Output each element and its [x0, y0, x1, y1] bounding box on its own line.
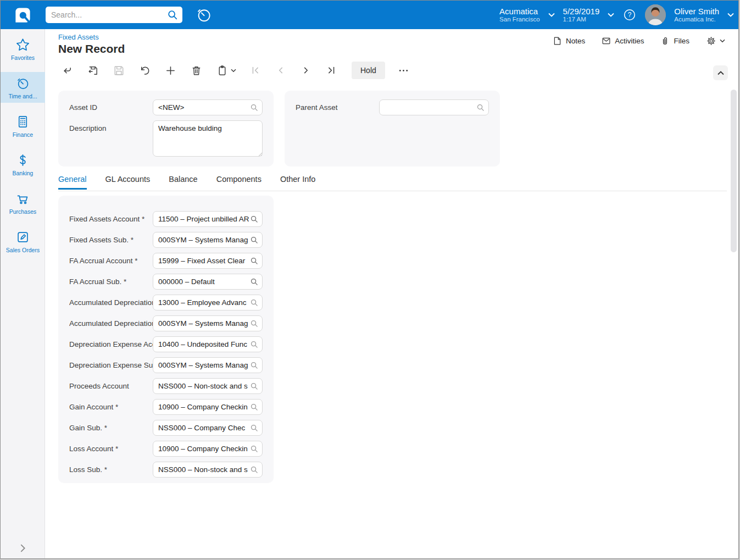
- field-label: Fixed Assets Account *: [69, 215, 153, 223]
- acumatica-logo[interactable]: [1, 1, 45, 29]
- activities-button[interactable]: Activities: [602, 36, 644, 46]
- undo-button[interactable]: [137, 63, 152, 78]
- magnifier-icon[interactable]: [250, 319, 262, 328]
- field-label: Fixed Assets Sub. *: [69, 236, 153, 244]
- magnifier-icon[interactable]: [250, 361, 262, 369]
- proceeds-account-input[interactable]: [153, 382, 250, 390]
- more-actions-button[interactable]: [396, 63, 411, 78]
- magnifier-icon[interactable]: [250, 465, 262, 474]
- description-textarea[interactable]: Warehouse bulding: [153, 120, 263, 157]
- parent-asset-lookup: [379, 99, 489, 115]
- depr-expense-account-input[interactable]: [153, 340, 250, 348]
- dollar-icon: [15, 153, 30, 168]
- add-new-button[interactable]: [163, 63, 178, 78]
- field-lookup: [153, 315, 263, 331]
- loss-sub-input[interactable]: [153, 465, 250, 474]
- collapse-summary-button[interactable]: [713, 65, 728, 80]
- company-selector[interactable]: Acumatica San Francisco: [499, 7, 540, 23]
- field-lookup: [153, 336, 263, 352]
- help-icon[interactable]: ?: [622, 8, 637, 22]
- sidebar-item-label: Banking: [13, 170, 34, 176]
- hold-button[interactable]: Hold: [352, 62, 385, 79]
- customization-menu[interactable]: [706, 36, 725, 46]
- go-last-button[interactable]: [324, 63, 338, 77]
- field-label: FA Accrual Sub. *: [69, 278, 153, 286]
- tab-gl-accounts[interactable]: GL Accounts: [105, 175, 151, 190]
- field-label: Loss Sub. *: [69, 465, 153, 474]
- topbar-right-cluster: Acumatica San Francisco 5/29/2019 1:17 A…: [499, 1, 734, 29]
- magnifier-icon[interactable]: [250, 215, 262, 223]
- description-label: Description: [69, 124, 107, 132]
- company-chevron-down-icon[interactable]: [548, 13, 555, 17]
- back-button[interactable]: [60, 63, 75, 78]
- fixed-assets-account-input[interactable]: [153, 215, 250, 223]
- sidebar-item-banking[interactable]: Banking: [1, 149, 45, 180]
- save-and-close-button[interactable]: [86, 63, 101, 78]
- magnifier-icon[interactable]: [250, 257, 262, 265]
- notes-label: Notes: [566, 37, 585, 45]
- magnifier-icon[interactable]: [250, 445, 262, 453]
- business-date-selector[interactable]: 5/29/2019 1:17 AM: [563, 7, 600, 23]
- sidebar-item-favorites[interactable]: Favorites: [1, 34, 45, 64]
- avatar[interactable]: [645, 4, 666, 25]
- clipboard-menu-button[interactable]: [215, 63, 237, 78]
- record-tabs: General GL Accounts Balance Components O…: [58, 175, 315, 190]
- tab-balance[interactable]: Balance: [169, 175, 197, 190]
- magnifier-icon[interactable]: [250, 382, 262, 390]
- fixed-assets-sub-input[interactable]: [153, 236, 250, 244]
- user-menu[interactable]: Oliver Smith Acumatica Inc.: [674, 7, 719, 23]
- field-row-loss-account: Loss Account *: [58, 438, 274, 459]
- field-row-proceeds-account: Proceeds Account: [58, 375, 274, 396]
- calculator-icon: [15, 114, 30, 129]
- time-tracking-icon[interactable]: [196, 7, 212, 23]
- depr-expense-sub-input[interactable]: [153, 361, 250, 369]
- breadcrumb[interactable]: Fixed Assets: [58, 33, 99, 41]
- magnifier-icon[interactable]: [250, 403, 262, 411]
- gain-sub-input[interactable]: [153, 424, 250, 432]
- magnifier-icon[interactable]: [250, 340, 262, 348]
- magnifier-icon[interactable]: [250, 278, 262, 286]
- sidebar-item-purchases[interactable]: Purchases: [1, 187, 45, 218]
- summary-panel-left: Asset ID Description Warehouse bulding: [58, 91, 274, 167]
- field-lookup: [153, 357, 263, 373]
- field-lookup: [153, 253, 263, 269]
- files-button[interactable]: Files: [660, 36, 689, 46]
- field-row-fixed-assets-sub: Fixed Assets Sub. *: [58, 229, 274, 250]
- date-chevron-down-icon[interactable]: [608, 13, 614, 17]
- magnifier-icon[interactable]: [250, 236, 262, 244]
- top-bar: Acumatica San Francisco 5/29/2019 1:17 A…: [1, 1, 738, 29]
- magnifier-icon[interactable]: [250, 298, 262, 307]
- sidebar-item-finance[interactable]: Finance: [1, 110, 45, 141]
- parent-asset-magnifier-icon[interactable]: [476, 103, 488, 112]
- field-row-loss-sub: Loss Sub. *: [58, 459, 274, 480]
- asset-id-input[interactable]: [153, 103, 250, 112]
- tab-other-info[interactable]: Other Info: [280, 175, 315, 190]
- vertical-scrollbar-thumb[interactable]: [731, 90, 737, 252]
- company-name: Acumatica: [499, 7, 540, 16]
- field-lookup: [153, 295, 263, 311]
- parent-asset-label: Parent Asset: [296, 103, 338, 112]
- delete-button[interactable]: [189, 63, 204, 78]
- gain-account-input[interactable]: [153, 403, 250, 411]
- go-next-button[interactable]: [299, 63, 313, 77]
- sidebar-item-label: Time and...: [8, 93, 37, 99]
- fa-accrual-account-input[interactable]: [153, 257, 250, 265]
- accum-depr-account-input[interactable]: [153, 298, 250, 307]
- tab-components[interactable]: Components: [216, 175, 261, 190]
- search-input[interactable]: [51, 10, 166, 19]
- tab-general[interactable]: General: [58, 175, 87, 190]
- loss-account-input[interactable]: [153, 445, 250, 453]
- record-header-actions: Notes Activities Files: [553, 36, 725, 46]
- search-icon[interactable]: [166, 8, 179, 21]
- sidebar-item-time-and-expenses[interactable]: Time and...: [1, 72, 45, 103]
- asset-id-label: Asset ID: [69, 103, 97, 112]
- sidebar-item-sales-orders[interactable]: Sales Orders: [1, 226, 45, 257]
- notes-button[interactable]: Notes: [553, 36, 585, 46]
- sidebar-expand-chevron-icon[interactable]: [1, 544, 45, 553]
- parent-asset-input[interactable]: [380, 103, 476, 112]
- accum-depr-sub-input[interactable]: [153, 319, 250, 328]
- fa-accrual-sub-input[interactable]: [153, 278, 250, 286]
- asset-id-magnifier-icon[interactable]: [250, 103, 262, 112]
- user-chevron-down-icon[interactable]: [727, 13, 734, 17]
- magnifier-icon[interactable]: [250, 424, 262, 432]
